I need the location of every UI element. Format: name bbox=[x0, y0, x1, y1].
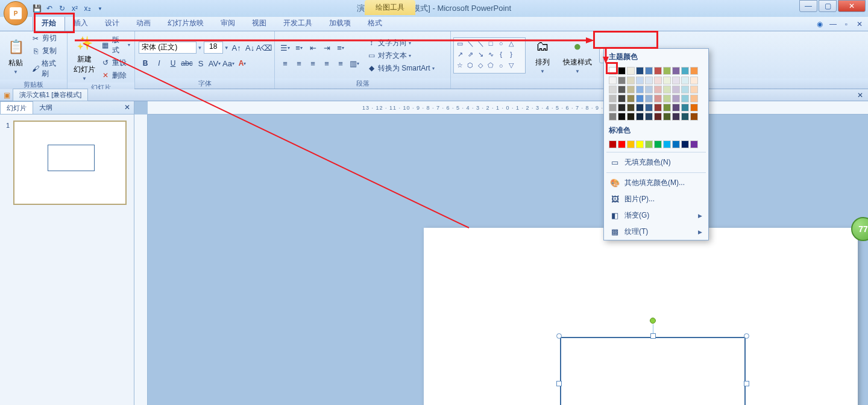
resize-handle-tl[interactable] bbox=[556, 333, 562, 339]
align-text-button[interactable]: ▭对齐文本▾ bbox=[365, 50, 436, 61]
superscript-icon[interactable]: x² bbox=[69, 3, 80, 14]
increase-indent-button[interactable]: ⇥ bbox=[320, 41, 333, 54]
arrange-button[interactable]: 🗂 排列▼ bbox=[529, 36, 556, 75]
tab-developer[interactable]: 开发工具 bbox=[275, 16, 321, 31]
resize-handle-t[interactable] bbox=[650, 333, 656, 339]
color-swatch[interactable] bbox=[663, 113, 671, 121]
new-slide-button[interactable]: ✨ 新建 幻灯片 ▼ bbox=[70, 33, 99, 83]
underline-button[interactable]: U bbox=[166, 57, 180, 70]
color-swatch[interactable] bbox=[609, 67, 617, 75]
color-swatch[interactable] bbox=[627, 113, 635, 121]
line-spacing-button[interactable]: ≡▾ bbox=[334, 41, 347, 54]
color-swatch[interactable] bbox=[609, 86, 617, 93]
bold-button[interactable]: B bbox=[139, 57, 152, 70]
font-color-button[interactable]: A▾ bbox=[236, 57, 249, 70]
align-center-button[interactable]: ≡ bbox=[292, 57, 306, 70]
color-swatch[interactable] bbox=[672, 113, 680, 121]
more-colors-item[interactable]: 🎨其他填充颜色(M)... bbox=[604, 175, 708, 191]
panel-tab-outline[interactable]: 大纲 bbox=[33, 101, 58, 114]
paste-button[interactable]: 📋 粘贴 ▼ bbox=[2, 36, 29, 76]
document-tab[interactable]: 演示文稿1 [兼容模式] bbox=[13, 89, 88, 101]
ribbon-restore-icon[interactable]: ▫ bbox=[841, 19, 851, 29]
canvas[interactable]: 13 · 12 · 11 · 10 · 9 · 8 · 7 · 6 · 5 · … bbox=[134, 101, 868, 405]
color-swatch[interactable] bbox=[645, 95, 653, 102]
strikethrough-button[interactable]: abc bbox=[180, 57, 193, 70]
panel-close-icon[interactable]: ✕ bbox=[124, 103, 130, 111]
color-swatch[interactable] bbox=[663, 77, 671, 84]
color-swatch[interactable] bbox=[663, 104, 671, 111]
columns-button[interactable]: ▥▾ bbox=[348, 57, 361, 70]
tab-addins[interactable]: 加载项 bbox=[321, 16, 359, 31]
color-swatch[interactable] bbox=[672, 104, 680, 111]
color-swatch[interactable] bbox=[663, 67, 671, 75]
color-swatch[interactable] bbox=[645, 140, 653, 148]
close-button[interactable]: ✕ bbox=[838, 0, 866, 12]
color-swatch[interactable] bbox=[609, 104, 617, 111]
color-swatch[interactable] bbox=[645, 67, 653, 75]
help-icon[interactable]: ◉ bbox=[815, 19, 825, 29]
picture-fill-item[interactable]: 🖼图片(P)... bbox=[604, 191, 708, 207]
quick-styles-button[interactable]: ● 快速样式▼ bbox=[559, 36, 596, 75]
shapes-gallery[interactable]: ▭＼＼□○△ ↗⇗↘∿{} ☆⬡◇⬠○▽ bbox=[453, 37, 526, 74]
gradient-fill-item[interactable]: ◧渐变(G)▶ bbox=[604, 207, 708, 224]
color-swatch[interactable] bbox=[645, 86, 653, 93]
color-swatch[interactable] bbox=[672, 95, 680, 102]
color-swatch[interactable] bbox=[690, 86, 698, 93]
grow-font-icon[interactable]: A↑ bbox=[230, 41, 243, 54]
tab-view[interactable]: 视图 bbox=[244, 16, 275, 31]
tab-home[interactable]: 开始 bbox=[33, 15, 65, 31]
color-swatch[interactable] bbox=[627, 104, 635, 111]
color-swatch[interactable] bbox=[654, 67, 662, 75]
convert-smartart-button[interactable]: ◆转换为 SmartArt▾ bbox=[365, 63, 436, 74]
qat-more-icon[interactable]: ▼ bbox=[95, 3, 105, 14]
decrease-indent-button[interactable]: ⇤ bbox=[306, 41, 319, 54]
color-swatch[interactable] bbox=[690, 104, 698, 111]
color-swatch[interactable] bbox=[609, 113, 617, 121]
color-swatch[interactable] bbox=[636, 140, 644, 148]
tab-animation[interactable]: 动画 bbox=[128, 16, 159, 31]
document-close-icon[interactable]: ✕ bbox=[857, 91, 863, 99]
color-swatch[interactable] bbox=[627, 77, 635, 84]
color-swatch[interactable] bbox=[618, 77, 626, 84]
delete-slide-button[interactable]: ✕删除 bbox=[99, 70, 132, 81]
color-swatch[interactable] bbox=[645, 77, 653, 84]
color-swatch[interactable] bbox=[618, 140, 626, 148]
color-swatch[interactable] bbox=[672, 86, 680, 93]
distributed-button[interactable]: ≡ bbox=[334, 57, 347, 70]
ribbon-close-icon[interactable]: ✕ bbox=[855, 19, 864, 29]
color-swatch[interactable] bbox=[690, 113, 698, 121]
color-swatch[interactable] bbox=[636, 77, 644, 84]
color-swatch[interactable] bbox=[645, 104, 653, 111]
format-painter-button[interactable]: 🖌格式刷 bbox=[29, 58, 64, 80]
maximize-button[interactable]: ▢ bbox=[819, 0, 837, 12]
shrink-font-icon[interactable]: A↓ bbox=[244, 41, 256, 54]
resize-handle-r[interactable] bbox=[744, 381, 749, 386]
rotate-handle[interactable] bbox=[650, 318, 656, 324]
color-swatch[interactable] bbox=[681, 95, 689, 102]
char-spacing-button[interactable]: AV▾ bbox=[208, 57, 221, 70]
color-swatch[interactable] bbox=[618, 104, 626, 111]
layout-button[interactable]: ▦版式▾ bbox=[99, 34, 132, 56]
color-swatch[interactable] bbox=[654, 140, 662, 148]
color-swatch[interactable] bbox=[654, 86, 662, 93]
color-swatch[interactable] bbox=[690, 67, 698, 75]
color-swatch[interactable] bbox=[663, 95, 671, 102]
rectangle-shape[interactable] bbox=[560, 337, 746, 405]
color-swatch[interactable] bbox=[681, 77, 689, 84]
context-tab-drawing-tools[interactable]: 绘图工具 bbox=[365, 0, 415, 15]
color-swatch[interactable] bbox=[636, 95, 644, 102]
color-swatch[interactable] bbox=[636, 86, 644, 93]
color-swatch[interactable] bbox=[618, 67, 626, 75]
tab-slideshow[interactable]: 幻灯片放映 bbox=[159, 16, 212, 31]
minimize-button[interactable]: — bbox=[799, 0, 817, 12]
ribbon-minimize-icon[interactable]: — bbox=[828, 19, 838, 29]
color-swatch[interactable] bbox=[618, 95, 626, 102]
color-swatch[interactable] bbox=[654, 104, 662, 111]
cut-button[interactable]: ✂剪切 bbox=[29, 33, 64, 44]
color-swatch[interactable] bbox=[636, 113, 644, 121]
color-swatch[interactable] bbox=[645, 113, 653, 121]
color-swatch[interactable] bbox=[672, 67, 680, 75]
align-right-button[interactable]: ≡ bbox=[306, 57, 319, 70]
color-swatch[interactable] bbox=[618, 86, 626, 93]
color-swatch[interactable] bbox=[636, 67, 644, 75]
